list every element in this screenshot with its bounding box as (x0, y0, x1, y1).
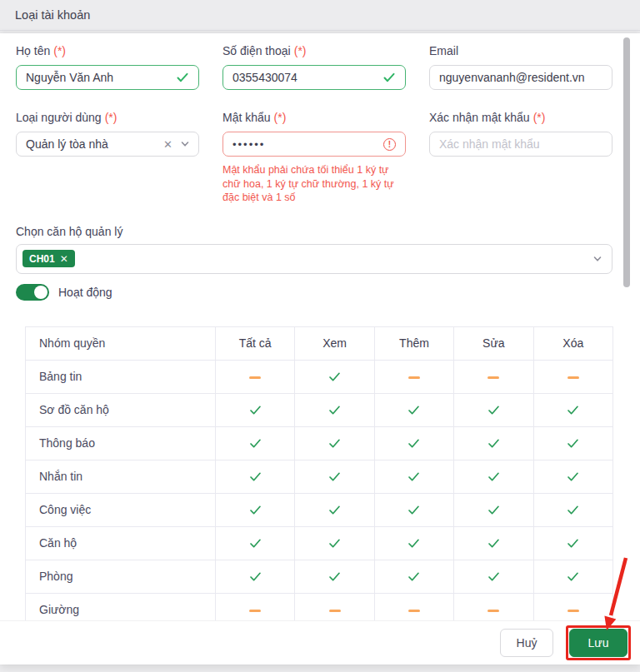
password-label: Mật khẩu (*) (222, 111, 406, 124)
clear-icon[interactable]: ✕ (163, 139, 172, 150)
apartment-tag-label: CH01 (29, 253, 55, 265)
check-icon (249, 470, 262, 483)
column-header: Sửa (454, 326, 533, 360)
check-icon (488, 570, 500, 583)
permission-dash-cell[interactable] (216, 593, 295, 620)
permission-check-cell[interactable] (454, 493, 533, 526)
permission-check-cell[interactable] (295, 460, 374, 493)
check-icon (488, 470, 500, 483)
status-label: Hoạt động (58, 286, 112, 299)
password-error-message: Mật khẩu phải chứa tối thiểu 1 ký tự chữ… (222, 163, 406, 205)
permission-check-cell[interactable] (533, 493, 612, 526)
confirm-password-input[interactable] (429, 132, 612, 157)
permission-check-cell[interactable] (454, 393, 533, 426)
required-mark: (*) (274, 111, 287, 124)
fullname-input[interactable] (16, 65, 199, 90)
permission-check-cell[interactable] (533, 426, 612, 460)
user-type-select[interactable]: Quản lý tòa nhà ✕ (16, 132, 199, 157)
save-button[interactable]: Lưu (569, 629, 628, 657)
no-permission-dash (408, 610, 420, 612)
status-toggle[interactable] (16, 284, 49, 301)
check-icon (249, 537, 262, 550)
check-icon (488, 504, 500, 516)
check-icon (408, 470, 420, 483)
error-exclamation-icon: ! (383, 138, 396, 151)
required-mark: (*) (294, 44, 307, 57)
permission-dash-cell[interactable] (533, 360, 612, 393)
no-permission-dash (329, 610, 341, 612)
permission-check-cell[interactable] (295, 393, 374, 426)
table-row: Phòng (26, 560, 613, 593)
permission-check-cell[interactable] (374, 526, 453, 560)
permissions-table-body: Bảng tinSơ đồ căn hộThông báoNhắn tinCôn… (26, 360, 613, 620)
tag-remove-icon[interactable]: ✕ (60, 253, 68, 265)
check-icon (328, 404, 341, 416)
check-icon (408, 537, 420, 550)
table-row: Nhắn tin (26, 460, 613, 493)
permission-group-name: Bảng tin (26, 360, 216, 393)
phone-input[interactable] (222, 65, 406, 90)
check-icon (408, 570, 420, 583)
check-icon (328, 570, 341, 583)
check-icon (567, 570, 579, 583)
permission-check-cell[interactable] (454, 426, 533, 460)
confirm-password-input-field[interactable] (439, 137, 602, 151)
permission-group-name: Thông báo (26, 426, 216, 460)
permission-check-cell[interactable] (533, 560, 612, 593)
permission-check-cell[interactable] (216, 393, 295, 426)
permissions-table-wrapper: Nhóm quyềnTất cảXemThêmSửaXóa Bảng tinSơ… (25, 326, 613, 621)
permission-check-cell[interactable] (295, 493, 374, 526)
email-input[interactable] (429, 65, 612, 90)
section-header: Loại tài khoản (0, 0, 640, 31)
permission-check-cell[interactable] (533, 460, 612, 493)
permission-check-cell[interactable] (216, 460, 295, 493)
permission-dash-cell[interactable] (295, 593, 374, 620)
column-header: Nhóm quyền (26, 326, 216, 360)
vertical-scrollbar-thumb[interactable] (623, 37, 630, 287)
permission-group-name: Sơ đồ căn hộ (26, 393, 216, 426)
permission-check-cell[interactable] (216, 493, 295, 526)
page-title: Loại tài khoản (15, 8, 90, 22)
phone-input-field[interactable] (232, 71, 376, 84)
permission-dash-cell[interactable] (374, 593, 453, 620)
no-permission-dash (568, 610, 579, 612)
email-input-field[interactable] (439, 71, 602, 84)
chevron-down-icon[interactable] (181, 140, 189, 148)
required-mark: (*) (533, 111, 546, 124)
permission-check-cell[interactable] (216, 426, 295, 460)
permission-check-cell[interactable] (374, 426, 453, 460)
check-icon (249, 437, 262, 450)
permission-check-cell[interactable] (454, 526, 533, 560)
check-icon (249, 570, 262, 583)
valid-check-icon (176, 71, 189, 84)
password-input[interactable]: •••••• ! (222, 132, 406, 157)
permission-dash-cell[interactable] (454, 360, 533, 393)
permission-check-cell[interactable] (295, 526, 374, 560)
check-icon (567, 537, 579, 550)
permission-check-cell[interactable] (454, 560, 533, 593)
check-icon (567, 437, 579, 450)
permission-check-cell[interactable] (295, 560, 374, 593)
permission-group-name: Căn hộ (26, 526, 216, 560)
permission-check-cell[interactable] (216, 560, 295, 593)
permission-check-cell[interactable] (295, 426, 374, 460)
permission-check-cell[interactable] (374, 560, 453, 593)
email-label: Email (429, 44, 612, 57)
fullname-input-field[interactable] (26, 71, 169, 84)
chevron-down-icon[interactable] (593, 255, 602, 263)
permission-check-cell[interactable] (374, 460, 453, 493)
permission-dash-cell[interactable] (216, 360, 295, 393)
apartments-multiselect[interactable]: CH01 ✕ (16, 244, 612, 274)
column-header: Thêm (374, 326, 453, 360)
permission-check-cell[interactable] (374, 493, 453, 526)
permission-check-cell[interactable] (374, 393, 453, 426)
permission-check-cell[interactable] (216, 526, 295, 560)
permission-check-cell[interactable] (533, 393, 612, 426)
permission-dash-cell[interactable] (533, 593, 612, 620)
permission-dash-cell[interactable] (454, 593, 533, 620)
cancel-button[interactable]: Huỷ (500, 629, 553, 657)
permission-dash-cell[interactable] (374, 360, 453, 393)
permission-check-cell[interactable] (533, 526, 612, 560)
permission-check-cell[interactable] (295, 360, 374, 393)
permission-check-cell[interactable] (454, 460, 533, 493)
